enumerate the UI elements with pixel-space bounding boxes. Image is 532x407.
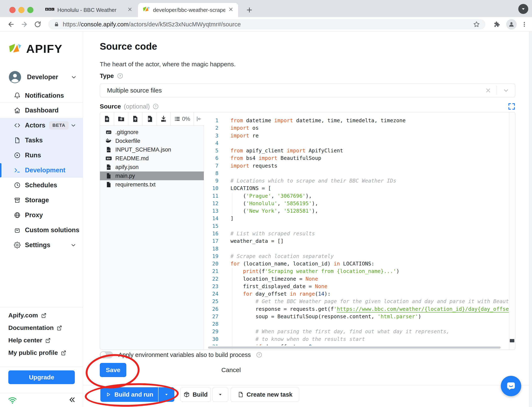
package-icon	[184, 391, 190, 398]
download-button[interactable]	[156, 112, 171, 125]
browser-menu-button[interactable]	[519, 19, 530, 30]
footer-link-my-public-profile[interactable]: My public profile	[8, 346, 77, 359]
cancel-button[interactable]: Cancel	[218, 363, 245, 377]
browser-tab-developer-bbc-weather-scrape[interactable]: developer/bbc-weather-scrape	[138, 3, 238, 17]
code-line: 21 print(f'Scraping weather from {locati…	[204, 267, 509, 275]
footer-link-help-center[interactable]: Help center	[8, 334, 77, 346]
address-bar[interactable]: https://console.apify.com/actors/dev/k5t…	[48, 19, 486, 29]
collapse-sidebar-button[interactable]	[68, 396, 76, 405]
file-item-requirements-txt[interactable]: requirements.txt	[100, 180, 204, 189]
sidebar-item-label: Tasks	[25, 137, 43, 144]
clear-select-button[interactable]	[480, 87, 497, 94]
build-and-run-button[interactable]: Build and run	[100, 387, 174, 402]
add-folder-button[interactable]	[114, 112, 128, 125]
clock-icon	[14, 182, 21, 189]
env-toggle-row: Apply environment variables also to buil…	[100, 351, 262, 358]
extensions-button[interactable]	[492, 19, 502, 30]
file-item-main-py[interactable]: main.py	[100, 172, 204, 180]
bar-left-arrow-icon	[196, 116, 202, 122]
browser-tab-honolulu-bbc-weather[interactable]: BBCHonolulu - BBC Weather	[41, 3, 137, 17]
minimize-window-button[interactable]	[18, 7, 24, 13]
help-icon[interactable]: ?	[256, 352, 262, 358]
account-switcher[interactable]: Developer	[8, 70, 77, 84]
svg-text:</>: </>	[107, 149, 111, 151]
tab-title: developer/bbc-weather-scrape	[153, 7, 225, 13]
main-content: Source code The heart of the actor, wher…	[83, 31, 532, 407]
import-file-button[interactable]	[142, 112, 156, 125]
sidebar-item-custom-solutions[interactable]: Custom solutions	[0, 223, 83, 238]
sidebar-item-proxy[interactable]: Proxy	[0, 208, 83, 223]
sidebar-item-dashboard[interactable]: Dashboard	[0, 103, 83, 118]
type-select[interactable]: Multiple source files	[100, 84, 515, 97]
close-tab-icon[interactable]	[127, 7, 133, 14]
help-icon[interactable]: ?	[117, 73, 123, 79]
page-scrollbar[interactable]	[529, 31, 532, 407]
browser-window: BBCHonolulu - BBC Weatherdeveloper/bbc-w…	[0, 0, 532, 407]
chat-widget-button[interactable]	[501, 376, 521, 396]
collapse-file-pane-button[interactable]	[194, 112, 204, 125]
save-button[interactable]: Save	[100, 363, 126, 377]
sidebar-item-settings[interactable]: Settings	[0, 238, 83, 252]
fullscreen-icon	[508, 103, 515, 110]
back-button[interactable]	[6, 19, 16, 30]
footer-link-apify-com[interactable]: Apify.com	[8, 309, 77, 321]
sidebar-item-notifications[interactable]: Notifications	[0, 88, 83, 103]
svg-text:B: B	[49, 8, 51, 10]
file-name: INPUT_SCHEMA.json	[115, 147, 171, 153]
upload-file-button[interactable]	[128, 112, 142, 125]
add-file-button[interactable]	[100, 112, 114, 125]
sidebar-item-schedules[interactable]: Schedules	[0, 178, 83, 193]
open-select-button[interactable]	[497, 87, 515, 94]
browser-profile-button[interactable]	[506, 19, 517, 30]
apify-favicon-icon	[143, 6, 150, 14]
code-line: 16# List with scraped results	[204, 230, 509, 237]
chevron-down-icon	[70, 122, 77, 128]
usage-indicator: 0%	[171, 112, 194, 125]
sidebar-item-tasks[interactable]: Tasks	[0, 133, 83, 148]
close-tab-icon[interactable]	[228, 7, 234, 14]
file-item-readme-md[interactable]: MREADME.md	[100, 154, 204, 163]
editor-horizontal-scrollbar[interactable]	[204, 345, 509, 350]
zoom-window-button[interactable]	[27, 7, 33, 13]
chevron-down-icon	[503, 87, 509, 94]
file-item-gitignore[interactable]: git.gitignore	[100, 128, 204, 137]
file-item-input-schema-json[interactable]: </>INPUT_SCHEMA.json	[100, 145, 204, 154]
build-button[interactable]: Build	[180, 387, 211, 402]
fullscreen-editor-button[interactable]	[508, 103, 515, 110]
create-new-task-button[interactable]: Create new task	[231, 387, 299, 402]
upgrade-button[interactable]: Upgrade	[8, 370, 75, 384]
sidebar-item-runs[interactable]: Runs	[0, 148, 83, 163]
sidebar-item-actors[interactable]: ActorsBETA	[0, 118, 83, 133]
footer-link-documentation[interactable]: Documentation	[8, 321, 77, 334]
file-item-dockerfile[interactable]: Dockerfile	[100, 137, 204, 145]
file-item-apify-json[interactable]: </>apify.json	[100, 163, 204, 172]
divider	[0, 307, 83, 307]
apify-logo[interactable]: APIFY	[8, 42, 62, 55]
code-editor[interactable]: 1from datetime import datetime, time, ti…	[204, 112, 509, 345]
forward-button[interactable]	[19, 19, 30, 30]
type-select-value: Multiple source files	[107, 87, 480, 94]
svg-text:?: ?	[258, 353, 260, 357]
help-icon[interactable]: ?	[153, 103, 159, 109]
code-line: 25 # Get the BBC Weather page for the gi…	[204, 298, 509, 305]
env-variables-toggle[interactable]	[100, 351, 113, 358]
sidebar-item-development[interactable]: Development	[0, 163, 83, 178]
close-window-button[interactable]	[9, 7, 15, 13]
scrollbar-thumb[interactable]	[208, 346, 501, 349]
svg-text:git: git	[107, 131, 111, 133]
code-line: 5from apify_client import ApifyClient	[204, 147, 509, 155]
build-and-run-dropdown[interactable]	[159, 392, 174, 397]
reload-button[interactable]	[32, 19, 43, 30]
svg-text:?: ?	[119, 74, 121, 78]
build-dropdown[interactable]	[212, 387, 228, 402]
editor-vertical-scrollbar[interactable]	[509, 112, 515, 350]
scrollbar-thumb[interactable]	[510, 339, 514, 342]
sidebar-bottom-bar	[0, 393, 83, 407]
sidebar-item-storage[interactable]: Storage	[0, 193, 83, 208]
back-arrow-icon	[7, 20, 15, 28]
new-tab-button[interactable]	[244, 5, 254, 15]
code-line: 6from bs4 import BeautifulSoup	[204, 155, 509, 162]
folder-plus-icon	[118, 115, 125, 122]
bookmark-star-icon[interactable]	[473, 21, 480, 28]
tab-search-button[interactable]	[518, 4, 528, 14]
